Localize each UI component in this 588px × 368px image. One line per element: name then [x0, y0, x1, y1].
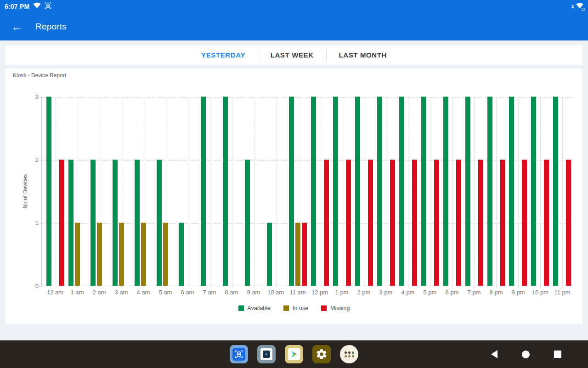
y-tick-mark — [40, 97, 41, 98]
v-gridline — [452, 97, 452, 288]
x-tick-label: 10 am — [265, 289, 287, 296]
bar-available[interactable] — [531, 97, 536, 286]
bar-missing[interactable] — [302, 223, 307, 286]
bar-available[interactable] — [201, 97, 206, 286]
bar-available[interactable] — [311, 97, 316, 286]
legend-swatch-icon — [238, 305, 244, 311]
legend-swatch-icon — [283, 305, 289, 311]
bar-missing[interactable] — [544, 160, 549, 286]
bar-available[interactable] — [421, 97, 426, 286]
bar-missing[interactable] — [368, 160, 373, 286]
bar-available[interactable] — [46, 97, 51, 286]
bar-group-4am — [133, 97, 155, 286]
bar-available[interactable] — [113, 160, 118, 286]
legend-item-available[interactable]: Available — [238, 305, 271, 311]
v-gridline — [496, 97, 497, 288]
x-tick-label: 8 am — [220, 289, 243, 296]
bar-available[interactable] — [90, 160, 96, 286]
bar-available[interactable] — [377, 97, 382, 286]
v-gridline — [276, 97, 277, 288]
tab-last-month[interactable]: LAST MONTH — [327, 51, 399, 59]
bar-in-use[interactable] — [163, 223, 168, 286]
bar-available[interactable] — [487, 97, 492, 286]
app-drawer-dots-icon — [345, 351, 354, 357]
v-gridline — [562, 97, 563, 288]
tab-yesterday[interactable]: YESTERDAY — [189, 51, 258, 59]
x-tick-label: 5 pm — [419, 289, 441, 296]
bar-available[interactable] — [179, 223, 184, 286]
v-gridline — [540, 97, 541, 288]
wifi-calling-icon — [576, 2, 583, 11]
legend-label: In use — [293, 305, 308, 311]
bar-group-1pm — [331, 97, 353, 286]
bar-available[interactable] — [135, 160, 140, 286]
v-gridline — [342, 97, 342, 288]
x-tick-label: 5 am — [154, 289, 176, 296]
legend-item-in-use[interactable]: In use — [283, 305, 308, 311]
bar-missing[interactable] — [59, 160, 64, 286]
v-gridline — [474, 97, 475, 288]
bar-in-use[interactable] — [141, 223, 146, 286]
bar-available[interactable] — [333, 97, 338, 286]
nav-back-icon[interactable] — [491, 350, 498, 358]
bar-in-use[interactable] — [97, 223, 102, 286]
bar-missing[interactable] — [390, 160, 395, 286]
bar-group-7am — [199, 97, 221, 286]
wifi-icon — [33, 2, 41, 11]
bar-missing[interactable] — [346, 160, 351, 286]
bar-available[interactable] — [553, 97, 558, 286]
bar-available[interactable] — [267, 223, 272, 286]
settings-app-icon[interactable] — [312, 345, 331, 363]
x-tick-label: 3 am — [110, 289, 132, 296]
v-gridline — [408, 97, 408, 288]
legend-item-missing[interactable]: Missing — [321, 305, 350, 311]
bar-missing[interactable] — [456, 160, 461, 286]
nav-recents-icon[interactable] — [554, 351, 561, 358]
back-arrow-icon[interactable]: ← — [11, 21, 23, 33]
bar-available[interactable] — [245, 160, 250, 286]
x-tick-label: 2 am — [88, 289, 110, 296]
nav-home-icon[interactable] — [522, 351, 530, 358]
bar-missing[interactable] — [566, 160, 571, 286]
y-tick-label: 3 — [27, 93, 39, 100]
bar-missing[interactable] — [434, 160, 439, 286]
y-tick-label: 0 — [27, 282, 39, 289]
bar-available[interactable] — [443, 97, 448, 286]
bar-missing[interactable] — [324, 160, 329, 286]
bar-group-10am — [265, 97, 287, 286]
bar-in-use[interactable] — [295, 223, 300, 286]
tab-last-week[interactable]: LAST WEEK — [258, 51, 326, 59]
bar-available[interactable] — [157, 160, 162, 286]
bar-available[interactable] — [399, 97, 404, 286]
bar-group-6pm — [441, 97, 463, 286]
x-tick-label: 4 am — [132, 289, 154, 296]
y-tick-mark — [40, 286, 41, 287]
screen-app-icon[interactable] — [257, 345, 276, 363]
bar-missing[interactable] — [500, 160, 505, 286]
bar-group-5pm — [419, 97, 441, 286]
bar-available[interactable] — [289, 97, 294, 286]
taskbar-pinned-apps — [230, 345, 358, 363]
bar-available[interactable] — [68, 160, 74, 286]
v-gridline — [430, 97, 430, 288]
play-store-icon[interactable] — [285, 345, 303, 363]
bar-available[interactable] — [465, 97, 470, 286]
bar-in-use[interactable] — [75, 223, 80, 286]
taskbar — [0, 340, 588, 368]
bar-available[interactable] — [355, 97, 360, 286]
bar-missing[interactable] — [478, 160, 483, 286]
kiosk-notification-icon — [44, 2, 52, 12]
kiosk-app-icon[interactable] — [230, 345, 248, 363]
bar-group-12pm — [309, 97, 331, 286]
bar-missing[interactable] — [412, 160, 417, 286]
bar-missing[interactable] — [522, 160, 527, 286]
app-drawer-button[interactable] — [340, 345, 358, 363]
bar-group-10pm — [529, 97, 551, 286]
x-tick-label: 3 pm — [375, 289, 397, 296]
v-gridline — [364, 97, 364, 288]
bar-in-use[interactable] — [119, 223, 124, 286]
bar-group-8pm — [485, 97, 507, 286]
bar-group-11am — [287, 97, 309, 286]
bar-available[interactable] — [509, 97, 514, 286]
bar-available[interactable] — [223, 97, 228, 286]
